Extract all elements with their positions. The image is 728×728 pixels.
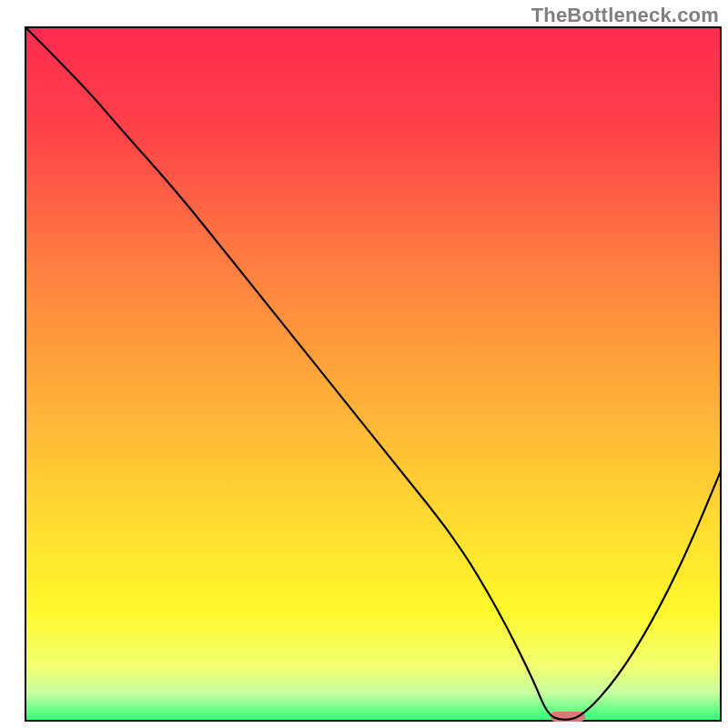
- plot-background: [25, 27, 721, 721]
- chart-frame: TheBottleneck.com: [0, 0, 728, 728]
- bottleneck-chart: [0, 0, 728, 728]
